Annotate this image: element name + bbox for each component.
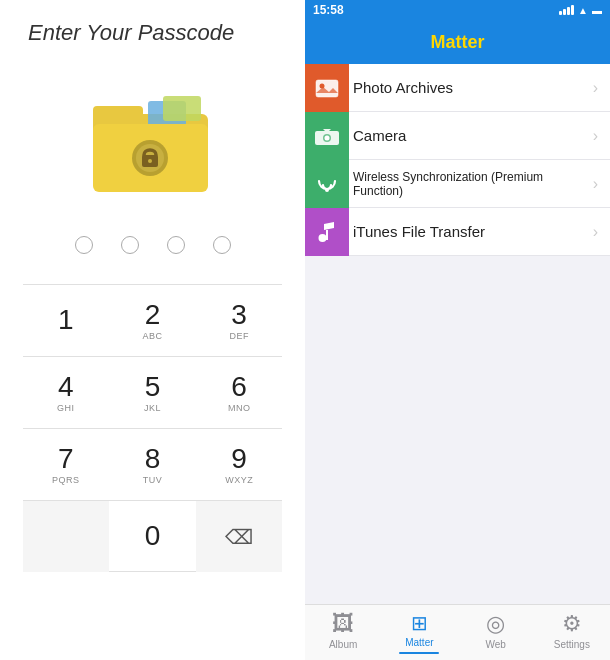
menu-item-itunes[interactable]: iTunes File Transfer › — [305, 208, 610, 256]
status-icons: ▲ ▬ — [559, 5, 602, 16]
passcode-panel: Enter Your Passcode 1 — [0, 0, 305, 660]
passcode-title: Enter Your Passcode — [28, 20, 234, 46]
tab-matter[interactable]: ⊞ Matter — [381, 611, 457, 654]
key-1[interactable]: 1 — [23, 284, 110, 356]
dot-4 — [213, 236, 231, 254]
key-6[interactable]: 6 MNO — [196, 356, 283, 428]
svg-point-17 — [319, 234, 327, 242]
itunes-label: iTunes File Transfer — [349, 223, 593, 240]
key-empty — [23, 500, 110, 572]
itunes-icon — [305, 208, 349, 256]
menu-list: Photo Archives › Camera › — [305, 64, 610, 604]
tab-web[interactable]: ◎ Web — [458, 611, 534, 650]
menu-item-photo[interactable]: Photo Archives › — [305, 64, 610, 112]
folder-icon — [88, 86, 218, 196]
status-bar: 15:58 ▲ ▬ — [305, 0, 610, 20]
settings-tab-icon: ⚙ — [562, 611, 582, 637]
key-delete[interactable]: ⌫ — [196, 500, 283, 572]
key-4[interactable]: 4 GHI — [23, 356, 110, 428]
menu-item-wireless[interactable]: Wireless Synchronization (Premium Functi… — [305, 160, 610, 208]
key-0[interactable]: 0 — [109, 500, 196, 572]
key-3[interactable]: 3 DEF — [196, 284, 283, 356]
passcode-dots — [75, 236, 231, 254]
svg-point-15 — [325, 135, 330, 140]
settings-tab-label: Settings — [554, 639, 590, 650]
tab-album[interactable]: 🖼 Album — [305, 611, 381, 650]
wireless-icon — [305, 160, 349, 208]
web-tab-label: Web — [485, 639, 505, 650]
svg-rect-1 — [93, 106, 143, 124]
album-tab-icon: 🖼 — [332, 611, 354, 637]
nav-bar: Matter — [305, 20, 610, 64]
dot-2 — [121, 236, 139, 254]
svg-rect-10 — [316, 80, 338, 97]
itunes-chevron: › — [593, 223, 598, 241]
tab-bar: 🖼 Album ⊞ Matter ◎ Web ⚙ Settings — [305, 604, 610, 660]
matter-tab-underline — [399, 652, 439, 654]
key-9[interactable]: 9 WXYZ — [196, 428, 283, 500]
svg-rect-3 — [163, 96, 201, 121]
photo-archives-chevron: › — [593, 79, 598, 97]
tab-settings[interactable]: ⚙ Settings — [534, 611, 610, 650]
dot-1 — [75, 236, 93, 254]
matter-tab-label: Matter — [405, 637, 433, 648]
svg-rect-18 — [326, 230, 328, 240]
signal-icon — [559, 5, 574, 15]
camera-icon — [305, 112, 349, 160]
menu-item-camera[interactable]: Camera › — [305, 112, 610, 160]
key-7[interactable]: 7 PQRS — [23, 428, 110, 500]
camera-label: Camera — [349, 127, 593, 144]
svg-point-16 — [325, 188, 329, 192]
wifi-icon: ▲ — [578, 5, 588, 16]
svg-point-9 — [148, 159, 152, 163]
wireless-label: Wireless Synchronization (Premium Functi… — [349, 170, 593, 198]
matter-tab-icon: ⊞ — [411, 611, 428, 635]
status-time: 15:58 — [313, 3, 344, 17]
album-tab-label: Album — [329, 639, 357, 650]
photo-archives-icon — [305, 64, 349, 112]
battery-icon: ▬ — [592, 5, 602, 16]
key-5[interactable]: 5 JKL — [109, 356, 196, 428]
keypad: 1 2 ABC 3 DEF 4 GHI 5 JKL 6 MNO 7 PQRS — [23, 284, 283, 572]
wireless-chevron: › — [593, 175, 598, 193]
nav-title: Matter — [430, 32, 484, 53]
key-2[interactable]: 2 ABC — [109, 284, 196, 356]
web-tab-icon: ◎ — [486, 611, 505, 637]
camera-chevron: › — [593, 127, 598, 145]
dot-3 — [167, 236, 185, 254]
right-panel: 15:58 ▲ ▬ Matter — [305, 0, 610, 660]
key-8[interactable]: 8 TUV — [109, 428, 196, 500]
photo-archives-label: Photo Archives — [349, 79, 593, 96]
